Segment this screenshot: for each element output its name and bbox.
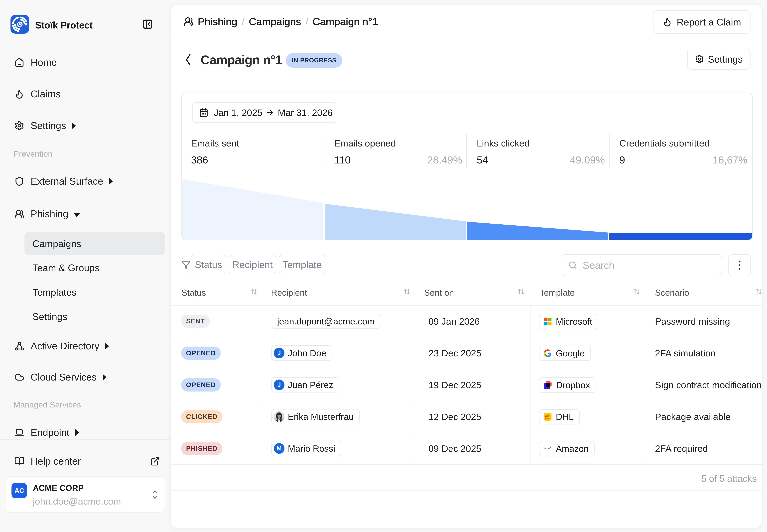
svg-text:DHL: DHL: [545, 415, 550, 418]
svg-text:Express: Express: [545, 418, 550, 419]
